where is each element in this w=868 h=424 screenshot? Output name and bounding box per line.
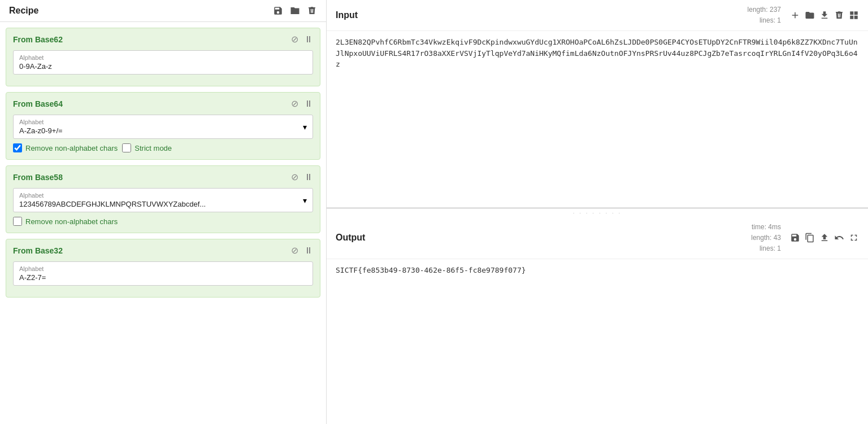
output-save-icon <box>790 233 800 243</box>
input-length-value: 237 <box>770 6 781 14</box>
input-import-button[interactable] <box>819 10 830 20</box>
from-base62-header: From Base62 ⊘ ⏸ <box>13 34 313 45</box>
from-base58-alphabet-field[interactable]: Alphabet 123456789ABCDEFGHJKLMNPQRSTUVWX… <box>13 188 313 212</box>
input-lines-value: 1 <box>777 16 781 24</box>
output-meta: time: 4ms length: 43 lines: 1 <box>751 222 781 255</box>
from-base64-dropdown-arrow[interactable]: ▾ <box>303 123 307 132</box>
input-header: Input length: 237 lines: 1 <box>327 0 868 31</box>
from-base64-strict-mode-checkbox[interactable] <box>122 143 131 152</box>
from-base64-checkboxes: Remove non-alphabet chars Strict mode <box>13 143 313 152</box>
from-base64-remove-nonalpha-checkbox[interactable] <box>13 143 22 152</box>
input-text[interactable]: 2L3EN82QPvhfC6RbmTc34VkwzEkqivF9DcKpindw… <box>327 31 868 207</box>
recipe-header-icons <box>273 6 317 16</box>
save-icon <box>273 6 283 16</box>
from-base32-alphabet-value[interactable]: A-Z2-7= <box>19 273 307 282</box>
output-header: Output time: 4ms length: 43 lines: 1 <box>327 217 868 260</box>
from-base32-disable-icon[interactable]: ⊘ <box>291 245 298 256</box>
from-base32-controls: ⊘ ⏸ <box>291 245 313 256</box>
output-length-row: length: 43 <box>751 233 781 243</box>
export-icon <box>819 233 830 243</box>
from-base58-remove-nonalpha-label[interactable]: Remove non-alphabet chars <box>25 217 118 226</box>
output-time-value: 4ms <box>768 223 781 231</box>
recipe-save-button[interactable] <box>273 6 283 16</box>
from-base58-alphabet-label: Alphabet <box>19 192 303 199</box>
output-time-row: time: 4ms <box>751 222 781 233</box>
undo-icon <box>834 233 844 243</box>
grid-icon <box>849 10 859 20</box>
output-section: Output time: 4ms length: 43 lines: 1 <box>327 217 868 425</box>
from-base58-header: From Base58 ⊘ ⏸ <box>13 172 313 182</box>
output-copy-button[interactable] <box>805 233 815 243</box>
input-lines-row: lines: 1 <box>748 15 781 26</box>
from-base58-alphabet-value: 123456789ABCDEFGHJKLMNPQRSTUVWXYZabcdef.… <box>19 200 303 208</box>
from-base64-block: From Base64 ⊘ ⏸ Alphabet A-Za-z0-9+/= ▾ … <box>6 92 320 160</box>
divider: · · · · · · · · <box>327 209 868 217</box>
from-base64-alphabet-inner: Alphabet A-Za-z0-9+/= <box>19 119 303 135</box>
plus-icon <box>790 10 800 20</box>
input-lines-label: lines: <box>760 16 775 24</box>
input-length-row: length: 237 <box>748 5 781 15</box>
recipe-header: Recipe <box>0 0 326 22</box>
from-base62-disable-icon[interactable]: ⊘ <box>291 34 298 45</box>
input-header-right: length: 237 lines: 1 <box>748 5 859 26</box>
from-base64-strict-mode-item: Strict mode <box>122 143 172 152</box>
from-base58-checkboxes: Remove non-alphabet chars <box>13 217 313 226</box>
output-save-button[interactable] <box>790 233 800 243</box>
from-base64-title: From Base64 <box>13 99 63 108</box>
left-panel: Recipe From Base62 ⊘ ⏸ Alphabet <box>0 0 327 424</box>
folder-open-icon <box>805 10 815 20</box>
copy-icon <box>805 233 815 243</box>
from-base58-block: From Base58 ⊘ ⏸ Alphabet 123456789ABCDEF… <box>6 165 320 233</box>
input-new-button[interactable] <box>790 10 800 20</box>
recipe-open-button[interactable] <box>290 6 300 16</box>
output-text[interactable]: SICTF{fe853b49-8730-462e-86f5-fc8e9789f0… <box>327 259 868 424</box>
from-base58-pause-icon[interactable]: ⏸ <box>304 172 313 182</box>
output-lines-value: 1 <box>777 244 781 252</box>
from-base32-header: From Base32 ⊘ ⏸ <box>13 245 313 256</box>
from-base32-alphabet-label: Alphabet <box>19 265 307 272</box>
input-title: Input <box>336 10 358 20</box>
output-lines-label: lines: <box>760 244 775 252</box>
from-base32-alphabet-field: Alphabet A-Z2-7= <box>13 261 313 286</box>
output-title: Output <box>336 233 365 243</box>
import-icon <box>819 10 830 20</box>
from-base62-alphabet-value[interactable]: 0-9A-Za-z <box>19 62 307 71</box>
from-base32-pause-icon[interactable]: ⏸ <box>304 246 313 256</box>
from-base64-alphabet-field[interactable]: Alphabet A-Za-z0-9+/= ▾ <box>13 115 313 139</box>
from-base64-controls: ⊘ ⏸ <box>291 98 313 109</box>
from-base32-block: From Base32 ⊘ ⏸ Alphabet A-Z2-7= <box>6 239 320 298</box>
expand-icon <box>849 233 859 243</box>
output-length-label: length: <box>751 234 771 242</box>
input-meta: length: 237 lines: 1 <box>748 5 781 26</box>
from-base64-remove-nonalpha-label[interactable]: Remove non-alphabet chars <box>25 144 118 152</box>
from-base64-header: From Base64 ⊘ ⏸ <box>13 98 313 109</box>
input-grid-button[interactable] <box>849 10 859 20</box>
from-base58-disable-icon[interactable]: ⊘ <box>291 172 298 182</box>
from-base62-controls: ⊘ ⏸ <box>291 34 313 45</box>
input-open-button[interactable] <box>805 10 815 20</box>
input-section: Input length: 237 lines: 1 <box>327 0 868 209</box>
from-base64-disable-icon[interactable]: ⊘ <box>291 98 298 109</box>
from-base64-strict-mode-label[interactable]: Strict mode <box>134 144 172 152</box>
output-lines-row: lines: 1 <box>751 243 781 254</box>
from-base64-remove-nonalpha-item: Remove non-alphabet chars <box>13 143 118 152</box>
from-base62-alphabet-label: Alphabet <box>19 54 307 61</box>
from-base62-title: From Base62 <box>13 35 63 44</box>
recipe-delete-button[interactable] <box>307 6 317 16</box>
right-panel: Input length: 237 lines: 1 <box>327 0 868 424</box>
from-base62-block: From Base62 ⊘ ⏸ Alphabet 0-9A-Za-z <box>6 28 320 86</box>
from-base32-title: From Base32 <box>13 246 63 255</box>
output-export-button[interactable] <box>819 233 830 243</box>
from-base58-remove-nonalpha-checkbox[interactable] <box>13 217 22 226</box>
output-length-value: 43 <box>774 234 781 242</box>
from-base64-alphabet-value: A-Za-z0-9+/= <box>19 126 303 135</box>
from-base58-dropdown-arrow[interactable]: ▾ <box>303 196 307 205</box>
from-base58-title: From Base58 <box>13 173 63 182</box>
output-expand-button[interactable] <box>849 233 859 243</box>
from-base62-pause-icon[interactable]: ⏸ <box>304 34 313 45</box>
input-delete-button[interactable] <box>834 10 844 20</box>
from-base64-pause-icon[interactable]: ⏸ <box>304 99 313 109</box>
trash-input-icon <box>834 10 844 20</box>
from-base64-alphabet-label: Alphabet <box>19 119 303 125</box>
output-undo-button[interactable] <box>834 233 844 243</box>
